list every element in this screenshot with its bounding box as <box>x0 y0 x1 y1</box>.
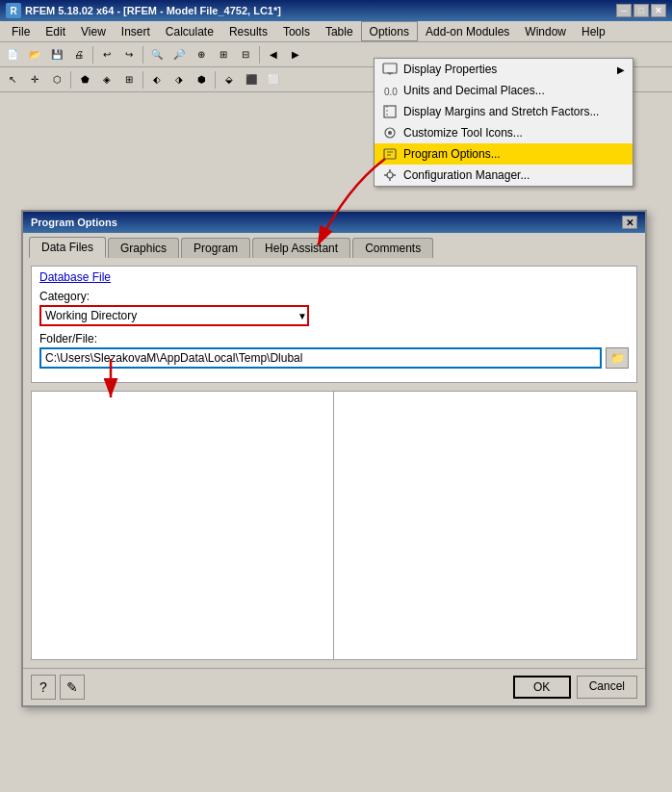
toolbar-sep-1 <box>92 46 93 64</box>
folder-label: Folder/File: <box>39 332 629 345</box>
toolbar-save[interactable]: 💾 <box>46 44 67 65</box>
dialog-title: Program Options <box>31 217 622 228</box>
dialog-title-bar: Program Options ✕ <box>23 212 645 233</box>
tabs-bar: Data Files Graphics Program Help Assista… <box>23 233 645 258</box>
toolbar2-sep-3 <box>215 71 216 89</box>
ok-button[interactable]: OK <box>513 676 571 699</box>
margins-icon <box>382 104 398 119</box>
units-label: Units and Decimal Places... <box>403 84 545 97</box>
toolbar2-btn-10[interactable]: ⬙ <box>219 69 240 90</box>
section-title[interactable]: Database File <box>39 270 629 284</box>
cancel-button[interactable]: Cancel <box>577 676 637 699</box>
section-panel: Database File Category: Working Director… <box>31 266 637 383</box>
category-field-row: Category: Working Directory Custom Direc… <box>39 290 629 326</box>
minimize-button[interactable]: ─ <box>616 4 632 17</box>
toolbar-btn-7[interactable]: 🔍 <box>146 44 168 65</box>
toolbar-redo[interactable]: ↪ <box>118 44 140 65</box>
toolbar-btn-10[interactable]: ⊞ <box>213 44 234 65</box>
toolbar2-btn-6[interactable]: ⊞ <box>118 69 140 90</box>
folder-input[interactable] <box>39 347 602 369</box>
menu-table[interactable]: Table <box>318 21 361 41</box>
dialog-content: Database File Category: Working Director… <box>23 258 645 668</box>
svg-point-7 <box>388 131 392 135</box>
toolbar2-btn-12[interactable]: ⬜ <box>263 69 284 90</box>
menu-config[interactable]: Configuration Manager... <box>375 165 633 186</box>
menu-help[interactable]: Help <box>574 21 613 41</box>
toolbar2-btn-5[interactable]: ◈ <box>96 69 117 90</box>
program-options-icon <box>382 146 398 162</box>
margins-label: Display Margins and Stretch Factors... <box>403 105 599 118</box>
units-icon: 0.0 <box>382 83 398 98</box>
menu-calculate[interactable]: Calculate <box>158 21 221 41</box>
config-icon <box>382 167 398 183</box>
dialog-close-button[interactable]: ✕ <box>622 216 637 229</box>
toolbar-nav-fwd[interactable]: ▶ <box>285 44 306 65</box>
footer-left: ? ✎ <box>31 675 85 700</box>
toolbar-btn-8[interactable]: 🔎 <box>168 44 190 65</box>
tab-data-files[interactable]: Data Files <box>29 237 106 258</box>
window-controls: ─ □ ✕ <box>616 4 666 17</box>
menu-display-properties[interactable]: Display Properties ▶ <box>375 59 633 80</box>
toolbar2-btn-4[interactable]: ⬟ <box>74 69 95 90</box>
menu-edit[interactable]: Edit <box>38 21 73 41</box>
toolbar-open[interactable]: 📂 <box>24 44 45 65</box>
menu-tools[interactable]: Tools <box>275 21 318 41</box>
toolbar2-btn-9[interactable]: ⬢ <box>191 69 212 90</box>
toolbar-btn-4[interactable]: 🖨 <box>68 44 90 65</box>
toolbar2-btn-8[interactable]: ⬗ <box>168 69 190 90</box>
toolbar2-btn-7[interactable]: ⬖ <box>146 69 168 90</box>
edit-button[interactable]: ✎ <box>60 675 85 700</box>
toolbar-btn-11[interactable]: ⊟ <box>235 44 256 65</box>
toolbar2-btn-1[interactable]: ↖ <box>2 69 23 90</box>
menu-units[interactable]: 0.0 Units and Decimal Places... <box>375 80 633 101</box>
window-title: RFEM 5.18.02 x64 - [RFEM - Model File_47… <box>25 5 616 16</box>
toolbar-nav-back[interactable]: ◀ <box>263 44 284 65</box>
config-label: Configuration Manager... <box>403 168 530 182</box>
category-select-wrapper: Working Directory Custom Directory Proje… <box>39 305 309 326</box>
menu-bar: File Edit View Insert Calculate Results … <box>0 21 672 42</box>
menu-options[interactable]: Options <box>361 21 418 41</box>
menu-insert[interactable]: Insert <box>114 21 158 41</box>
panel-right <box>334 392 636 659</box>
toolbar-sep-2 <box>142 46 143 64</box>
tab-comments[interactable]: Comments <box>352 238 433 258</box>
category-select[interactable]: Working Directory Custom Directory Proje… <box>39 305 309 326</box>
edit-icon: ✎ <box>66 679 78 695</box>
help-button[interactable]: ? <box>31 675 56 700</box>
toolbar2-btn-11[interactable]: ⬛ <box>241 69 262 90</box>
menu-window[interactable]: Window <box>517 21 574 41</box>
tab-program[interactable]: Program <box>181 238 250 258</box>
browse-button[interactable]: 📁 <box>606 347 629 369</box>
toolbar2-sep-2 <box>142 71 143 89</box>
tab-help-assistant[interactable]: Help Assistant <box>252 238 350 258</box>
display-icon <box>382 62 398 77</box>
toolbar-btn-9[interactable]: ⊕ <box>191 44 212 65</box>
menu-file[interactable]: File <box>4 21 38 41</box>
maximize-button[interactable]: □ <box>633 4 649 17</box>
svg-rect-0 <box>383 64 397 73</box>
toolbar-undo[interactable]: ↩ <box>96 44 117 65</box>
close-button[interactable]: ✕ <box>651 4 666 17</box>
svg-point-11 <box>387 172 393 178</box>
display-properties-label: Display Properties <box>403 63 497 76</box>
customize-label: Customize Tool Icons... <box>403 126 523 140</box>
toolbar2-btn-2[interactable]: ✛ <box>24 69 45 90</box>
program-options-label: Program Options... <box>403 147 501 161</box>
toolbar2-btn-3[interactable]: ⬡ <box>46 69 67 90</box>
menu-customize[interactable]: Customize Tool Icons... <box>375 122 633 143</box>
display-properties-arrow: ▶ <box>617 64 625 75</box>
tab-graphics[interactable]: Graphics <box>108 238 179 258</box>
dialog-footer: ? ✎ OK Cancel <box>23 668 645 705</box>
menu-program-options[interactable]: Program Options... <box>375 143 633 165</box>
menu-view[interactable]: View <box>73 21 114 41</box>
panel-left <box>32 392 334 659</box>
svg-rect-8 <box>384 149 396 159</box>
help-icon: ? <box>39 679 47 695</box>
category-label: Category: <box>39 290 629 303</box>
menu-results[interactable]: Results <box>221 21 275 41</box>
toolbar-new[interactable]: 📄 <box>2 44 23 65</box>
menu-addon[interactable]: Add-on Modules <box>418 21 517 41</box>
footer-right: OK Cancel <box>513 676 637 699</box>
browse-icon: 📁 <box>610 351 625 365</box>
menu-margins[interactable]: Display Margins and Stretch Factors... <box>375 101 633 122</box>
